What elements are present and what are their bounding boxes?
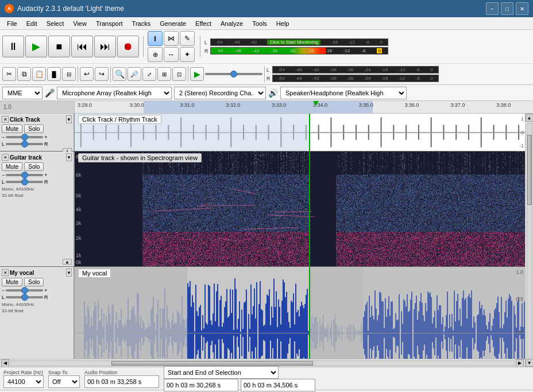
zoom-selection-button[interactable]: ⊞	[157, 67, 171, 81]
guitar-track-solo[interactable]: Solo	[24, 162, 44, 171]
envelope-tool-button[interactable]: ⋈	[164, 31, 179, 46]
guitar-track-gain-slider[interactable]	[6, 174, 43, 176]
zoom-tool-button[interactable]: ⊕	[148, 47, 163, 62]
guitar-gain-min: −	[2, 172, 5, 178]
vocal-track-expand[interactable]: ▼	[66, 269, 72, 277]
vocal-track-gain-slider[interactable]	[6, 289, 43, 292]
playback-meter-bar-r[interactable]: -54-48-42-36-30-24-18-12-60	[210, 47, 388, 55]
scroll-left-button[interactable]: ◀	[1, 359, 9, 367]
selection-end-input[interactable]	[241, 379, 315, 391]
title-bar: A Audacity 2.3.1 default 'Light' theme −…	[0, 0, 533, 17]
vocal-gain-min: −	[2, 288, 5, 293]
menu-file[interactable]: File	[2, 17, 22, 29]
play-speed-slider[interactable]	[205, 73, 262, 75]
menu-tracks[interactable]: Tracks	[128, 17, 156, 29]
guitar-track-close[interactable]: ✕	[2, 154, 9, 161]
vocal-info-line1: Mono, 44100Hz	[2, 301, 72, 308]
microphone-select[interactable]: Microphone Array (Realtek High	[57, 87, 172, 99]
guitar-track-pan-slider[interactable]	[6, 181, 43, 183]
guitar-y-1k: 1k	[76, 253, 82, 258]
click-track-gain-slider[interactable]	[6, 136, 43, 138]
play-speed-button[interactable]: ▶	[190, 67, 204, 81]
vocal-track-solo[interactable]: Solo	[24, 278, 44, 286]
menu-analyze[interactable]: Analyze	[216, 17, 248, 29]
zoom-in-button[interactable]: 🔍	[113, 67, 126, 81]
zoom-reset-button[interactable]: ⊡	[172, 67, 186, 81]
selection-start-input[interactable]	[164, 379, 238, 391]
selection-mode-select[interactable]: Start and End of Selection	[164, 366, 279, 379]
vocal-track-pan-slider[interactable]	[6, 296, 43, 298]
recording-meter-bar-l[interactable]: -54-48-42-36-30-24-18-12-60	[272, 66, 439, 73]
snap-to-select[interactable]: Off	[48, 375, 80, 388]
menu-effect[interactable]: Effect	[191, 17, 216, 29]
slide-tool-button[interactable]: ↔	[164, 47, 179, 62]
draw-tool-button[interactable]: ✎	[180, 31, 195, 46]
timeline-ruler[interactable]: 3:29.0 3:30.0 3:31.0 3:32.0 3:33.0 3:34.…	[75, 101, 533, 113]
playback-meter-bar-l[interactable]: -54-48-42Click to Start Monitoring-18-12…	[210, 38, 388, 46]
scroll-track[interactable]	[10, 360, 515, 366]
v-scroll-thumb[interactable]	[527, 135, 532, 205]
menu-transport[interactable]: Transport	[91, 17, 128, 29]
guitar-track-waveform[interactable]: Guitar track - shown in Spectrogram view…	[75, 152, 525, 266]
zoom-controls: 🔍 🔎 ⤢ ⊞ ⊡	[113, 67, 186, 81]
guitar-track-canvas[interactable]	[75, 152, 525, 266]
skip-back-button[interactable]: ⏮	[71, 36, 93, 57]
play-button[interactable]: ▶	[25, 36, 47, 57]
recording-meter-bar-r[interactable]: -54-48-42-36-30-24-18-12-60	[272, 75, 439, 82]
speaker-select[interactable]: Speaker/Headphone (Realtek High	[280, 87, 407, 99]
menu-edit[interactable]: Edit	[22, 17, 42, 29]
guitar-track-pan-row: L R	[2, 179, 72, 185]
vocal-track-close[interactable]: ✕	[2, 269, 9, 276]
maximize-button[interactable]: □	[501, 2, 513, 15]
stop-button[interactable]: ■	[48, 36, 70, 57]
selection-tool-button[interactable]: I	[148, 31, 163, 46]
click-track-solo[interactable]: Solo	[24, 125, 44, 133]
click-track-mute[interactable]: Mute	[2, 125, 22, 133]
selection-group: Start and End of Selection	[164, 366, 315, 391]
trim-button[interactable]: ▐▌	[47, 67, 61, 81]
project-rate-select[interactable]: 44100	[3, 375, 44, 388]
silence-button[interactable]: ⊟	[62, 67, 76, 81]
v-scroll-track[interactable]	[527, 123, 532, 358]
click-track-waveform[interactable]: Click Track / Rhythm Track 1 0 -1	[75, 114, 525, 151]
audio-position-input[interactable]	[84, 375, 159, 388]
cut-button[interactable]: ✂	[2, 67, 16, 81]
record-button[interactable]: ⏺	[117, 36, 139, 57]
scroll-right-button[interactable]: ▶	[516, 359, 524, 367]
guitar-track-collapse-btn[interactable]: ▲	[63, 259, 72, 265]
menu-generate[interactable]: Generate	[155, 17, 191, 29]
multi-tool-button[interactable]: ✦	[180, 47, 195, 62]
zoom-out-button[interactable]: 🔎	[128, 67, 141, 81]
redo-button[interactable]: ↪	[95, 67, 109, 81]
menu-view[interactable]: View	[68, 17, 91, 29]
guitar-track-mute[interactable]: Mute	[2, 162, 22, 171]
y-label-mid: 0	[521, 130, 524, 135]
host-select[interactable]: MME	[2, 87, 43, 99]
copy-button[interactable]: ⧉	[17, 67, 31, 81]
guitar-track-expand[interactable]: ▼	[66, 153, 72, 161]
scroll-down-button[interactable]: ▼	[526, 359, 534, 367]
paste-button[interactable]: 📋	[32, 67, 46, 81]
vocal-track-mute[interactable]: Mute	[2, 278, 22, 286]
click-track-pan-slider[interactable]	[6, 143, 43, 145]
title-bar-controls: − □ ✕	[486, 2, 528, 15]
vocal-track-waveform[interactable]: My vocal 1.0 0.5 0.0 -0.5 -1.0	[75, 267, 525, 359]
skip-forward-button[interactable]: ⏭	[94, 36, 116, 57]
undo-button[interactable]: ↩	[80, 67, 94, 81]
click-track-close[interactable]: ✕	[2, 116, 9, 123]
zoom-fit-button[interactable]: ⤢	[142, 67, 156, 81]
scroll-thumb[interactable]	[111, 361, 312, 366]
menu-select[interactable]: Select	[42, 17, 69, 29]
pause-button[interactable]: ⏸	[2, 36, 24, 57]
minimize-button[interactable]: −	[486, 2, 499, 15]
channels-select[interactable]: 2 (Stereo) Recording Cha...	[174, 87, 266, 99]
click-track-buttons: Mute Solo	[2, 125, 72, 133]
toolbar-row-1: ⏸ ▶ ■ ⏮ ⏭ ⏺ I ⋈ ✎ ⊕ ↔ ✦ L -54-4	[0, 30, 533, 64]
edit-controls: ✂ ⧉ 📋 ▐▌ ⊟	[2, 67, 76, 81]
menu-tools[interactable]: Tools	[248, 17, 272, 29]
menu-help[interactable]: Help	[272, 17, 294, 29]
close-button[interactable]: ✕	[516, 2, 528, 15]
toolbar-separator-2	[200, 36, 200, 57]
scroll-up-button[interactable]: ▲	[526, 114, 534, 122]
click-track-expand[interactable]: ▼	[66, 115, 72, 123]
